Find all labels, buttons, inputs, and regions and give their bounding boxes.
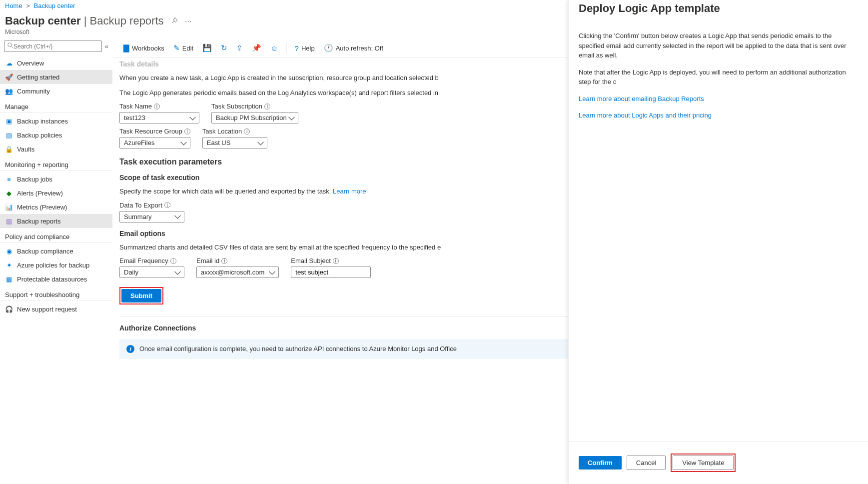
- panel-link-pricing[interactable]: Learn more about Logic Apps and their pr…: [579, 112, 712, 119]
- sidebar-item-getting-started[interactable]: 🚀 Getting started: [0, 70, 112, 84]
- task-location-label: Task Location i: [202, 128, 267, 135]
- svg-point-0: [8, 43, 12, 47]
- task-name-label: Task Name i: [119, 102, 199, 110]
- panel-footer: Confirm Cancel View Template: [569, 441, 868, 484]
- breadcrumb-backup-center[interactable]: Backup center: [34, 2, 75, 10]
- sidebar-item-backup-policies[interactable]: ▤ Backup policies: [0, 128, 112, 142]
- page-title: Backup center | Backup reports: [5, 14, 164, 28]
- sidebar-item-backup-jobs[interactable]: ≡ Backup jobs: [0, 172, 112, 186]
- toolbar-autorefresh[interactable]: 🕐 Auto refresh: Off: [320, 42, 387, 54]
- policy-icon: ▤: [5, 131, 13, 139]
- info-icon[interactable]: i: [154, 104, 160, 110]
- sidebar-item-label: Backup compliance: [17, 248, 73, 255]
- email-id-select[interactable]: axxxx@microsoft.com: [196, 266, 279, 278]
- sidebar-item-backup-instances[interactable]: ▣ Backup instances: [0, 114, 112, 128]
- info-icon: i: [126, 345, 134, 353]
- toolbar-workbooks[interactable]: ▇ Workbooks: [119, 42, 168, 54]
- toolbar-pin[interactable]: 📌: [248, 42, 265, 54]
- view-template-button[interactable]: View Template: [673, 456, 734, 470]
- sidebar-item-protectable[interactable]: ▦ Protectable datasources: [0, 272, 112, 286]
- sidebar-section-support: Support + troubleshooting: [0, 286, 112, 301]
- info-icon[interactable]: i: [184, 128, 190, 134]
- sidebar-item-label: Backup policies: [17, 132, 62, 139]
- confirm-button[interactable]: Confirm: [579, 456, 622, 470]
- toolbar-separator: [286, 43, 287, 53]
- data-export-select[interactable]: Summary: [119, 211, 184, 222]
- info-icon[interactable]: i: [264, 104, 270, 110]
- pin-icon[interactable]: [171, 17, 178, 26]
- support-icon: 🎧: [5, 305, 13, 313]
- edit-icon: ✎: [173, 44, 180, 52]
- task-rg-select[interactable]: AzureFiles: [119, 137, 190, 148]
- sidebar-item-community[interactable]: 👥 Community: [0, 84, 112, 98]
- info-icon[interactable]: i: [170, 258, 176, 264]
- sidebar-item-vaults[interactable]: 🔒 Vaults: [0, 142, 112, 156]
- instance-icon: ▣: [5, 117, 13, 125]
- task-subscription-label: Task Subscription i: [211, 102, 298, 110]
- task-name-select[interactable]: test123: [119, 112, 199, 124]
- task-location-select[interactable]: East US: [202, 137, 267, 148]
- toolbar-label: Help: [301, 44, 315, 52]
- toolbar-label: Workbooks: [132, 44, 164, 52]
- breadcrumb-home[interactable]: Home: [5, 2, 22, 10]
- deploy-panel: Deploy Logic App template Clicking the '…: [568, 0, 868, 484]
- sidebar-section-monitoring: Monitoring + reporting: [0, 156, 112, 171]
- workbooks-icon: ▇: [123, 44, 129, 52]
- search-input[interactable]: [13, 43, 98, 50]
- infobox-text: Once email configuration is complete, yo…: [139, 345, 457, 352]
- pin-icon: 📌: [252, 44, 261, 52]
- panel-text-2: Note that after the Logic App is deploye…: [579, 68, 858, 87]
- task-rg-label: Task Resource Group i: [119, 128, 190, 135]
- email-frequency-label: Email Frequency i: [119, 257, 184, 264]
- save-icon: 💾: [202, 44, 212, 52]
- sidebar-item-new-support[interactable]: 🎧 New support request: [0, 302, 112, 316]
- submit-button[interactable]: Submit: [121, 289, 161, 302]
- collapse-sidebar-icon[interactable]: «: [105, 42, 108, 50]
- sidebar-item-alerts[interactable]: ◆ Alerts (Preview): [0, 186, 112, 200]
- toolbar-help[interactable]: ? Help: [291, 42, 319, 54]
- learn-more-link[interactable]: Learn more: [333, 188, 366, 195]
- toolbar-feedback[interactable]: ☺: [266, 42, 282, 54]
- more-icon[interactable]: ⋯: [185, 18, 191, 25]
- sidebar-item-label: Community: [17, 88, 50, 95]
- vault-icon: 🔒: [5, 145, 13, 153]
- email-frequency-select[interactable]: Daily: [119, 266, 184, 278]
- info-icon[interactable]: i: [244, 128, 250, 134]
- sidebar-item-metrics[interactable]: 📊 Metrics (Preview): [0, 200, 112, 214]
- sidebar-item-backup-reports[interactable]: ▥ Backup reports: [0, 214, 112, 228]
- metrics-icon: 📊: [5, 203, 13, 211]
- panel-text-1: Clicking the 'Confirm' button below crea…: [579, 31, 858, 60]
- sidebar-item-backup-compliance[interactable]: ◉ Backup compliance: [0, 244, 112, 258]
- cancel-button[interactable]: Cancel: [627, 456, 666, 470]
- toolbar-edit[interactable]: ✎ Edit: [169, 42, 197, 54]
- rocket-icon: 🚀: [5, 73, 13, 81]
- sidebar-item-overview[interactable]: ☁ Overview: [0, 56, 112, 70]
- submit-highlight: Submit: [119, 287, 163, 304]
- toolbar-share[interactable]: ⇪: [232, 42, 247, 54]
- sidebar-item-label: Backup reports: [17, 218, 60, 225]
- sidebar-item-azure-policies[interactable]: ✦ Azure policies for backup: [0, 258, 112, 272]
- info-icon[interactable]: i: [221, 258, 227, 264]
- panel-header: Deploy Logic App template: [569, 0, 868, 17]
- cloud-icon: ☁: [5, 59, 13, 67]
- email-id-label: Email id i: [196, 257, 279, 264]
- search-icon: [7, 42, 13, 50]
- azure-policy-icon: ✦: [5, 261, 13, 269]
- sidebar: « ☁ Overview 🚀 Getting started 👥 Communi…: [0, 38, 112, 484]
- breadcrumb-separator: >: [26, 2, 30, 10]
- toolbar-save[interactable]: 💾: [198, 42, 216, 54]
- toolbar-refresh[interactable]: ↻: [217, 42, 231, 54]
- sidebar-item-label: Metrics (Preview): [17, 204, 67, 211]
- search-input-wrapper[interactable]: [4, 40, 102, 52]
- help-icon: ?: [295, 44, 299, 52]
- info-icon[interactable]: i: [164, 202, 170, 208]
- datasource-icon: ▦: [5, 275, 13, 283]
- sidebar-item-label: New support request: [17, 306, 77, 313]
- panel-link-emailing[interactable]: Learn more about emailing Backup Reports: [579, 95, 704, 102]
- svg-line-1: [11, 46, 13, 48]
- email-subject-input[interactable]: [291, 266, 371, 278]
- toolbar-label: Edit: [182, 44, 193, 52]
- task-subscription-select[interactable]: Backup PM Subscription: [211, 112, 298, 124]
- info-icon[interactable]: i: [333, 258, 339, 264]
- sidebar-item-label: Overview: [17, 60, 44, 67]
